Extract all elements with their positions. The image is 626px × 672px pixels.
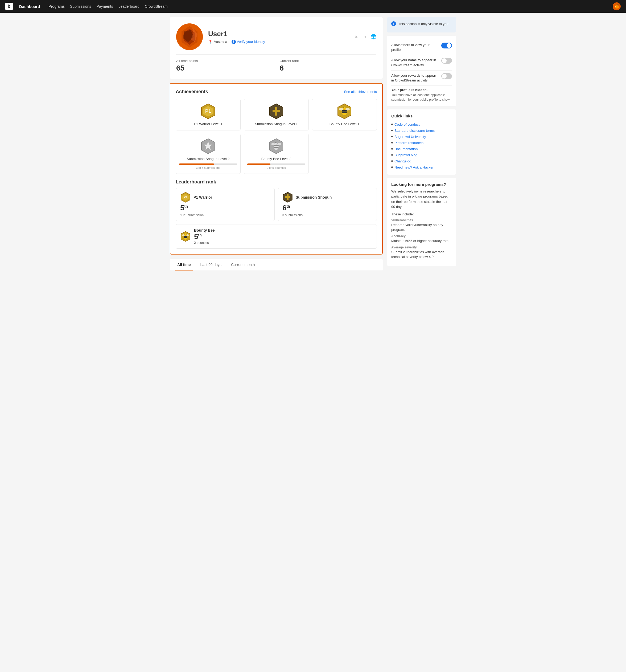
nav-leaderboard[interactable]: Leaderboard	[119, 4, 140, 8]
shogun-l1-icon	[268, 103, 284, 119]
setting-crowdstream-name-label: Allow your name to appear in CrowdStream…	[391, 58, 438, 67]
ql-changelog-link[interactable]: Changelog	[395, 159, 411, 163]
badge-shogun-l2-progress: 3 of 5 submissions	[179, 164, 237, 169]
lb-shogun-name: Submission Shogun	[296, 195, 332, 199]
svg-rect-24	[274, 145, 279, 146]
svg-point-45	[186, 234, 186, 234]
badge-p1-warrior-l1-name: P1 Warrior Level 1	[194, 122, 222, 126]
setting-crowdstream-rewards-label: Allow your rewards to appear in CrowdStr…	[391, 73, 438, 83]
lb-p1-warrior: P1 P1 Warrior 5th 1 P1 submission	[176, 188, 275, 221]
lb-shogun: Submission Shogun 6th 3 submissions	[278, 188, 377, 221]
badge-bee-l2-name: Bounty Bee Level 2	[261, 157, 292, 161]
criteria-severity: Average severity Submit vulnerabilities …	[391, 245, 452, 259]
lb-shogun-header: Submission Shogun	[282, 192, 372, 202]
setting-view-profile-label: Allow others to view your profile	[391, 43, 438, 52]
ql-bugcrowd-blog-link[interactable]: Bugcrowd blog	[395, 153, 417, 157]
nav-crowdstream[interactable]: CrowdStream	[145, 4, 168, 8]
verify-identity[interactable]: i Verify your identity	[231, 40, 265, 44]
profile-avatar	[176, 23, 203, 50]
svg-point-44	[185, 234, 185, 234]
setting-view-profile: Allow others to view your profile	[391, 40, 452, 55]
toggle-view-profile[interactable]	[441, 43, 452, 48]
ql-documentation-link[interactable]: Documentation	[395, 147, 418, 151]
profile-info: User1 📍 Australia i Verify your identity	[208, 30, 349, 44]
lb-shogun-icon	[282, 192, 293, 202]
website-icon[interactable]: 🌐	[371, 34, 376, 40]
achievements-header: Achievements See all achievements	[176, 89, 377, 95]
leaderboard-grid: P1 P1 Warrior 5th 1 P1 submission	[176, 188, 377, 249]
svg-rect-25	[274, 147, 279, 148]
location-pin-icon: 📍	[208, 40, 212, 44]
profile-location: 📍 Australia	[208, 40, 227, 44]
svg-rect-40	[184, 237, 187, 238]
logo[interactable]: b	[5, 3, 13, 10]
sidebar: i This section is only visible to you. A…	[387, 17, 456, 266]
ql-bullet-4	[391, 142, 393, 144]
svg-point-30	[277, 142, 277, 143]
ql-bullet-1	[391, 123, 393, 125]
sidebar-info-icon: i	[391, 21, 396, 26]
social-links: 𝕏 in 🌐	[354, 34, 376, 40]
sidebar-quicklinks-card: Quick links Code of conduct Standard dis…	[387, 110, 456, 175]
svg-rect-13	[342, 110, 347, 112]
tab-current-month[interactable]: Current month	[229, 259, 257, 271]
ql-ask-hacker-link[interactable]: Need help? Ask a Hacker	[395, 165, 433, 169]
svg-point-27	[278, 143, 281, 145]
ql-bullet-5	[391, 148, 393, 150]
svg-rect-14	[342, 112, 347, 113]
nav-programs[interactable]: Programs	[48, 4, 65, 8]
ql-bullet-6	[391, 154, 393, 156]
toggle-crowdstream-name[interactable]	[441, 58, 452, 64]
shogun-l2-icon	[200, 138, 216, 154]
ql-bullet-8	[391, 166, 393, 168]
ql-platform-resources-link[interactable]: Platform resources	[395, 141, 423, 145]
sidebar-info-card: i This section is only visible to you.	[387, 17, 456, 32]
lb-shogun-detail: 3 submissions	[282, 213, 372, 217]
badge-bee-l1-name: Bounty Bee Level 1	[329, 122, 359, 126]
nav-submissions[interactable]: Submissions	[70, 4, 91, 8]
lb-p1-icon: P1	[180, 192, 191, 202]
ql-bugcrowd-blog: Bugcrowd blog	[391, 152, 452, 158]
page-layout: User1 📍 Australia i Verify your identity	[167, 17, 459, 271]
see-all-achievements[interactable]: See all achievements	[344, 90, 377, 94]
sidebar-info-row: i This section is only visible to you.	[391, 21, 452, 26]
svg-point-43	[184, 233, 186, 235]
achievements-title: Achievements	[176, 89, 208, 95]
user-avatar[interactable]: 🍊	[613, 2, 621, 10]
nav-links: Programs Submissions Payments Leaderboar…	[48, 4, 168, 8]
programs-desc: We selectively invite researchers to par…	[391, 189, 452, 210]
ql-standard-disclosure-link[interactable]: Standard disclosure terms	[395, 128, 435, 133]
ql-bullet-3	[391, 136, 393, 137]
leaderboard-section: Leaderboard rank P1 P	[176, 179, 377, 249]
navbar: b Dashboard Programs Submissions Payment…	[0, 0, 626, 13]
svg-point-29	[275, 142, 276, 143]
svg-point-28	[275, 142, 278, 144]
time-tabs-card: All time Last 90 days Current month	[170, 259, 383, 271]
nav-brand: Dashboard	[19, 4, 40, 9]
ql-changelog: Changelog	[391, 158, 452, 164]
tab-all-time[interactable]: All time	[175, 259, 193, 271]
info-icon: i	[231, 40, 236, 44]
badge-bee-l1: Bounty Bee Level 1	[312, 99, 377, 130]
toggle-crowdstream-rewards[interactable]	[441, 73, 452, 79]
current-rank: Current rank 6	[273, 59, 377, 72]
profile-hidden-desc: You must have at least one applicable su…	[391, 93, 452, 102]
svg-point-42	[186, 234, 189, 236]
linkedin-icon[interactable]: in	[362, 34, 366, 40]
ql-code-conduct: Code of conduct	[391, 121, 452, 127]
main-column: User1 📍 Australia i Verify your identity	[170, 17, 383, 271]
twitter-icon[interactable]: 𝕏	[354, 34, 358, 40]
ql-bugcrowd-uni: Bugcrowd University	[391, 134, 452, 140]
badges-grid: P1 P1 Warrior Level 1 Submission Sh	[176, 99, 377, 174]
ql-bugcrowd-uni-link[interactable]: Bugcrowd University	[395, 135, 426, 139]
svg-rect-39	[184, 236, 187, 237]
ql-code-conduct-link[interactable]: Code of conduct	[395, 122, 420, 126]
lb-bee-rank: 5th	[194, 233, 215, 241]
svg-point-17	[343, 106, 346, 110]
nav-payments[interactable]: Payments	[96, 4, 113, 8]
sidebar-programs-card: Looking for more programs? We selectivel…	[387, 178, 456, 266]
svg-rect-36	[285, 196, 291, 198]
sidebar-info-text: This section is only visible to you.	[398, 22, 449, 26]
ql-documentation: Documentation	[391, 146, 452, 152]
tab-last-90[interactable]: Last 90 days	[198, 259, 224, 271]
